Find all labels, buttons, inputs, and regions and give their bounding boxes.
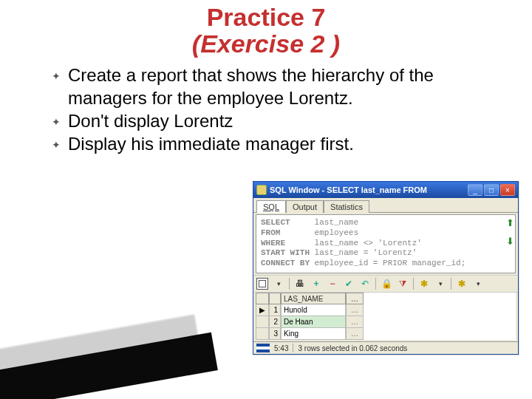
window-titlebar[interactable]: SQL Window - SELECT last_name FROM _ □ × — [253, 182, 518, 198]
status-message: 3 rows selected in 0.062 seconds — [298, 344, 407, 352]
minimize-button[interactable]: _ — [468, 184, 482, 196]
row-number: 1 — [269, 304, 281, 316]
row-number: 2 — [269, 316, 281, 328]
commit-icon[interactable]: ✔ — [343, 278, 355, 290]
status-bar: 5:43 3 rows selected in 0.062 seconds — [253, 341, 518, 354]
sql-editor[interactable]: SELECT last_name FROM employees WHERE la… — [256, 214, 516, 273]
bullet-item: ✦ Don't display Lorentz — [52, 110, 502, 133]
bullet-marker-icon: ✦ — [52, 64, 68, 83]
lock-icon[interactable]: 🔒 — [381, 278, 392, 290]
code-nav-arrows: ⬆ ⬇ — [504, 214, 516, 247]
tab-sql[interactable]: SQL — [256, 200, 286, 213]
bullet-item: ✦ Create a report that shows the hierarc… — [52, 64, 502, 109]
delete-row-icon[interactable]: − — [327, 278, 338, 290]
result-header-row: LAS_NAME … — [256, 293, 516, 304]
separator — [375, 278, 376, 290]
app-icon — [256, 185, 267, 195]
bullet-text: Display his immediate manager first. — [68, 133, 354, 156]
status-time: 5:43 — [274, 344, 288, 352]
maximize-button[interactable]: □ — [484, 184, 499, 196]
arrow-down-icon[interactable]: ⬇ — [504, 236, 516, 247]
tab-statistics[interactable]: Statistics — [324, 200, 369, 213]
sql-window: SQL Window - SELECT last_name FROM _ □ ×… — [253, 181, 519, 355]
slide-title-block: Practice 7 (Exercise 2 ) — [0, 0, 532, 57]
result-grid: LAS_NAME … ▶ 1 Hunold … 2 De Haan … 3 Ki… — [256, 293, 516, 340]
window-title: SQL Window - SELECT last_name FROM — [270, 185, 465, 194]
cell-last-name[interactable]: De Haan — [281, 316, 346, 328]
fetch-icon[interactable]: ⧩ — [397, 278, 409, 290]
result-row[interactable]: 2 De Haan … — [256, 316, 516, 328]
cell-more[interactable]: … — [346, 304, 364, 316]
separator — [413, 278, 414, 290]
rollback-icon[interactable]: ↶ — [359, 278, 371, 290]
bullet-text: Don't display Lorentz — [68, 110, 233, 133]
row-pointer-icon: ▶ — [256, 304, 269, 316]
close-button[interactable]: × — [500, 184, 515, 196]
row-pointer-icon — [256, 316, 269, 328]
cell-more[interactable]: … — [346, 328, 364, 340]
result-row[interactable]: ▶ 1 Hunold … — [256, 304, 516, 316]
window-buttons: _ □ × — [468, 184, 515, 196]
bullet-list: ✦ Create a report that shows the hierarc… — [0, 57, 532, 155]
separator — [293, 344, 293, 352]
cell-last-name[interactable]: Hunold — [281, 304, 346, 316]
tab-output[interactable]: Output — [286, 200, 324, 213]
add-row-icon[interactable]: + — [310, 278, 322, 290]
dropdown-icon[interactable]: ▾ — [472, 278, 484, 290]
separator — [451, 278, 451, 290]
title-line-2: (Exercise 2 ) — [0, 31, 532, 58]
bullet-text: Create a report that shows the hierarchy… — [68, 64, 502, 109]
bullet-marker-icon: ✦ — [52, 133, 68, 152]
result-row[interactable]: 3 King … — [256, 328, 516, 340]
bullet-marker-icon: ✦ — [52, 110, 68, 129]
bullet-item: ✦ Display his immediate manager first. — [52, 133, 502, 156]
cell-last-name[interactable]: King — [281, 328, 346, 340]
column-more-header: … — [346, 293, 364, 304]
title-line-1: Practice 7 — [0, 4, 532, 31]
dropdown-icon[interactable]: ▾ — [273, 278, 284, 290]
query-icon[interactable]: ✱ — [456, 278, 468, 290]
column-header[interactable]: LAS_NAME — [281, 293, 346, 304]
slide-corner-decoration — [0, 318, 192, 399]
row-number: 3 — [269, 328, 281, 340]
row-number-header — [269, 293, 281, 304]
print-icon[interactable]: 🖶 — [294, 278, 306, 290]
cell-more[interactable]: … — [346, 316, 364, 328]
grid-icon[interactable] — [256, 278, 268, 290]
row-pointer-icon — [256, 328, 269, 340]
separator — [289, 278, 290, 290]
query-icon[interactable]: ✱ — [418, 278, 430, 290]
flag-icon — [256, 344, 270, 352]
tab-bar: SQL Output Statistics — [253, 198, 518, 213]
dropdown-icon[interactable]: ▾ — [434, 278, 446, 290]
result-toolbar: ▾ 🖶 + − ✔ ↶ 🔒 ⧩ ✱ ▾ ✱ ▾ — [253, 275, 518, 293]
arrow-up-icon[interactable]: ⬆ — [504, 217, 516, 228]
row-gutter-header — [256, 293, 269, 304]
